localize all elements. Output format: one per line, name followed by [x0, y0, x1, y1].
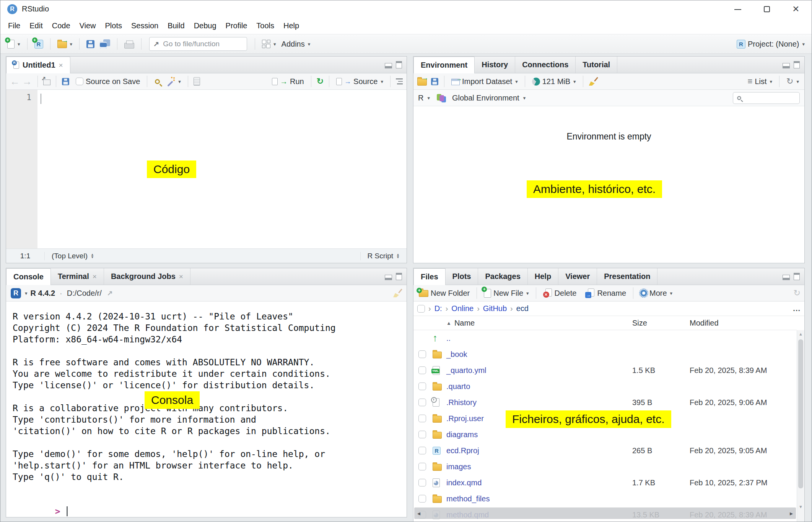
scroll-left-icon[interactable]: ◂	[417, 510, 420, 517]
table-row[interactable]: method_files	[413, 491, 797, 507]
menu-item[interactable]: Plots	[101, 21, 127, 30]
new-folder-button[interactable]: New Folder	[417, 289, 471, 298]
table-row[interactable]: _quarto.yml 1.5 KB Feb 20, 2025, 8:39 AM	[413, 362, 797, 378]
close-icon[interactable]: ×	[59, 61, 63, 70]
chevron-down-icon[interactable]: ▾	[526, 290, 529, 296]
code-editor[interactable]: 1	[6, 90, 407, 248]
code-area[interactable]	[37, 90, 407, 248]
close-icon[interactable]: ×	[179, 272, 183, 281]
breadcrumb-item[interactable]: D:	[425, 304, 442, 313]
scroll-right-icon[interactable]: ▸	[790, 510, 793, 517]
window-maximize-button[interactable]	[763, 6, 770, 13]
menu-item[interactable]: View	[75, 21, 101, 30]
goto-file-search[interactable]: ↗	[149, 37, 247, 51]
tab[interactable]: Files	[413, 268, 446, 285]
environment-search[interactable]	[733, 92, 800, 104]
maximize-pane-icon[interactable]	[794, 273, 800, 280]
chevron-down-icon[interactable]: ▾	[273, 41, 276, 47]
tab[interactable]: Packages	[478, 268, 527, 285]
menu-item[interactable]: Build	[163, 21, 189, 30]
chevron-down-icon[interactable]: ▾	[427, 95, 430, 101]
refresh-files-icon[interactable]: ↻	[794, 288, 801, 298]
row-checkbox[interactable]	[418, 495, 426, 503]
maximize-pane-icon[interactable]	[396, 61, 402, 68]
tab[interactable]: Background Jobs ×	[104, 268, 190, 285]
chevron-down-icon[interactable]: ▾	[796, 79, 799, 84]
code-tools-button[interactable]: ▾	[164, 77, 182, 86]
minimize-pane-icon[interactable]	[783, 63, 790, 68]
save-all-button[interactable]	[98, 39, 112, 49]
tab-untitled1[interactable]: Untitled1 ×	[6, 57, 70, 73]
menu-item[interactable]: Help	[279, 21, 304, 30]
menu-item[interactable]: Session	[127, 21, 163, 30]
tab[interactable]: Help	[528, 268, 558, 285]
menu-item[interactable]: Tools	[252, 21, 279, 30]
table-row[interactable]: ..	[413, 330, 797, 346]
file-name-link[interactable]: .Rhistory	[446, 398, 632, 407]
chevron-down-icon[interactable]: ▾	[178, 79, 181, 84]
forward-icon[interactable]: →	[22, 78, 32, 85]
column-header-size[interactable]: Size	[632, 319, 690, 327]
scrollbar-thumb[interactable]	[798, 339, 803, 488]
console-prompt-line[interactable]: >	[13, 494, 407, 517]
chevron-down-icon[interactable]: ▾	[515, 79, 518, 84]
file-name-link[interactable]: method_files	[446, 494, 632, 503]
document-outline-icon[interactable]	[396, 78, 403, 84]
path-ellipsis-button[interactable]: ...	[793, 304, 801, 313]
scroll-down-icon[interactable]: ▼	[797, 504, 804, 509]
tab[interactable]: Viewer	[558, 268, 597, 285]
new-project-button[interactable]	[33, 40, 45, 49]
row-checkbox[interactable]	[418, 399, 426, 406]
table-row[interactable]: diagrams	[413, 426, 797, 443]
window-close-button[interactable]	[792, 6, 799, 13]
rerun-icon[interactable]: ↻	[317, 76, 324, 86]
file-name-link[interactable]: _quarto.yml	[446, 366, 632, 375]
open-file-button[interactable]: → ▾	[56, 40, 74, 48]
row-checkbox[interactable]	[418, 415, 426, 422]
horizontal-scrollbar[interactable]: ◂ ▸	[414, 507, 796, 519]
tab[interactable]: Tutorial	[576, 57, 617, 73]
clear-console-broom-icon[interactable]	[393, 289, 402, 298]
file-name-link[interactable]: _book	[446, 350, 632, 359]
new-file-button[interactable]: ▾	[6, 40, 22, 49]
import-dataset-button[interactable]: Import Dataset ▾	[450, 77, 519, 86]
load-workspace-icon[interactable]: →	[417, 79, 427, 86]
chevron-down-icon[interactable]: ▾	[573, 79, 576, 84]
breadcrumb-item[interactable]: GitHub	[474, 304, 507, 313]
run-button[interactable]: → Run	[270, 77, 306, 86]
addins-button[interactable]: Addins ▾	[280, 40, 312, 49]
delete-button[interactable]: Delete	[542, 289, 578, 298]
minimize-pane-icon[interactable]	[385, 63, 392, 68]
goto-file-input[interactable]	[162, 39, 257, 49]
language-selector[interactable]: R	[418, 94, 423, 102]
row-checkbox[interactable]	[418, 350, 426, 358]
row-checkbox[interactable]	[418, 463, 426, 470]
maximize-pane-icon[interactable]	[794, 61, 800, 68]
memory-usage-button[interactable]: 121 MiB ▾	[530, 77, 578, 86]
refresh-environment-button[interactable]: ↻ ▾	[785, 76, 801, 86]
chevron-down-icon[interactable]: ▾	[770, 79, 773, 84]
select-all-checkbox[interactable]	[417, 305, 425, 313]
vertical-scrollbar[interactable]: ▲ ▼	[797, 330, 804, 522]
table-row[interactable]: ecd.Rproj 265 B Feb 20, 2025, 9:05 AM	[413, 443, 797, 459]
save-icon[interactable]	[62, 78, 69, 85]
menu-item[interactable]: File	[3, 21, 25, 30]
print-button[interactable]	[123, 40, 136, 49]
table-row[interactable]: .quarto	[413, 378, 797, 394]
save-button[interactable]	[85, 40, 96, 48]
more-button[interactable]: More ▾	[639, 289, 674, 298]
table-row[interactable]: index.qmd 1.7 KB Feb 10, 2025, 2:37 PM	[413, 475, 797, 491]
row-checkbox[interactable]	[418, 479, 426, 486]
menu-item[interactable]: Debug	[189, 21, 221, 30]
row-checkbox[interactable]	[418, 431, 426, 438]
file-name-link[interactable]: images	[446, 462, 632, 471]
chevron-down-icon[interactable]: ▾	[25, 290, 28, 296]
file-name-link[interactable]: index.qmd	[446, 478, 632, 487]
save-workspace-icon[interactable]	[431, 78, 438, 85]
row-checkbox[interactable]	[418, 447, 426, 454]
table-row[interactable]: images	[413, 459, 797, 475]
new-file-button[interactable]: New File ▾	[482, 289, 530, 298]
menu-item[interactable]: Profile	[221, 21, 252, 30]
environment-selector[interactable]: Global Environment	[452, 94, 519, 102]
file-name-link[interactable]: diagrams	[446, 430, 632, 439]
